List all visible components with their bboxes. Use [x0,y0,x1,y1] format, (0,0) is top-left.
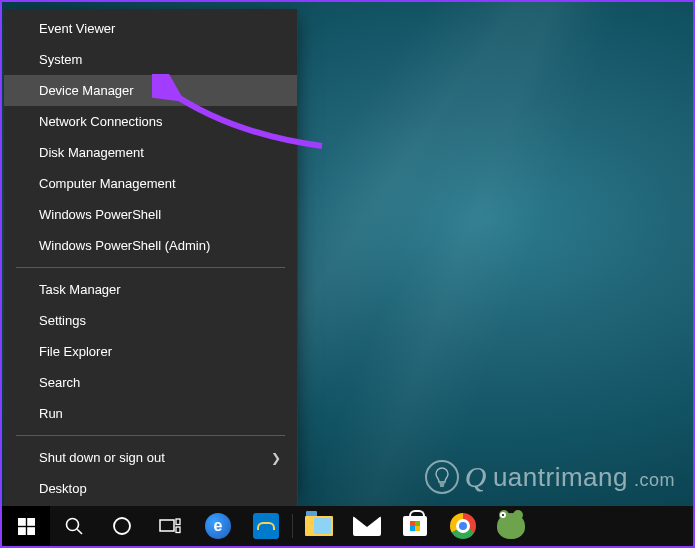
menu-item-label: Shut down or sign out [39,450,165,465]
chrome-icon [450,513,476,539]
menu-item-label: Desktop [39,481,87,496]
menu-item-run[interactable]: Run [4,398,297,429]
mail-icon [353,516,381,536]
menu-item-shutdown[interactable]: Shut down or sign out ❯ [4,442,297,473]
watermark-text: uantrimang [493,462,628,493]
menu-item-label: Task Manager [39,282,121,297]
power-user-menu: Event Viewer System Device Manager Netwo… [4,9,298,508]
watermark-suffix: .com [634,470,675,491]
menu-item-label: Disk Management [39,145,144,160]
menu-item-system[interactable]: System [4,44,297,75]
svg-rect-3 [27,527,35,535]
cortana-button[interactable] [98,506,146,546]
watermark-q: Q [465,460,487,494]
menu-separator [16,435,285,436]
menu-item-label: Network Connections [39,114,163,129]
watermark: Q uantrimang .com [425,460,675,494]
menu-item-disk-management[interactable]: Disk Management [4,137,297,168]
frog-icon [497,513,525,539]
menu-item-label: Windows PowerShell (Admin) [39,238,210,253]
menu-item-settings[interactable]: Settings [4,305,297,336]
lightbulb-icon [425,460,459,494]
menu-item-network-connections[interactable]: Network Connections [4,106,297,137]
menu-item-powershell[interactable]: Windows PowerShell [4,199,297,230]
menu-item-file-explorer[interactable]: File Explorer [4,336,297,367]
svg-point-4 [67,519,79,531]
menu-item-label: Windows PowerShell [39,207,161,222]
menu-item-search[interactable]: Search [4,367,297,398]
svg-rect-0 [18,518,26,526]
cortana-icon [112,516,132,536]
menu-item-label: Search [39,375,80,390]
svg-point-6 [114,518,130,534]
menu-item-label: Run [39,406,63,421]
svg-line-5 [77,529,82,534]
menu-item-powershell-admin[interactable]: Windows PowerShell (Admin) [4,230,297,261]
menu-item-desktop[interactable]: Desktop [4,473,297,504]
menu-item-label: File Explorer [39,344,112,359]
taskbar-app-chrome[interactable] [439,506,487,546]
menu-item-event-viewer[interactable]: Event Viewer [4,13,297,44]
task-view-icon [159,518,181,534]
taskbar-app-mail[interactable] [343,506,391,546]
menu-item-device-manager[interactable]: Device Manager [4,75,297,106]
svg-rect-2 [18,527,26,535]
svg-rect-7 [160,520,174,531]
edge-icon: e [205,513,231,539]
windows-logo-icon [18,518,35,535]
menu-item-computer-management[interactable]: Computer Management [4,168,297,199]
task-view-button[interactable] [146,506,194,546]
svg-rect-8 [176,519,180,525]
taskbar-app-dev[interactable] [242,506,290,546]
store-icon [403,516,427,536]
taskbar-app-frog[interactable] [487,506,535,546]
taskbar-app-edge[interactable]: e [194,506,242,546]
menu-item-task-manager[interactable]: Task Manager [4,274,297,305]
taskbar-divider [292,514,293,538]
dev-icon [253,513,279,539]
menu-item-label: Settings [39,313,86,328]
taskbar-app-store[interactable] [391,506,439,546]
start-button[interactable] [2,506,50,546]
menu-item-label: Device Manager [39,83,134,98]
menu-item-label: System [39,52,82,67]
menu-item-label: Event Viewer [39,21,115,36]
search-button[interactable] [50,506,98,546]
taskbar: e [2,506,693,546]
menu-separator [16,267,285,268]
folder-icon [305,516,333,536]
svg-rect-1 [27,518,35,526]
menu-item-label: Computer Management [39,176,176,191]
svg-rect-9 [176,527,180,533]
taskbar-app-explorer[interactable] [295,506,343,546]
search-icon [64,516,84,536]
chevron-right-icon: ❯ [271,451,281,465]
